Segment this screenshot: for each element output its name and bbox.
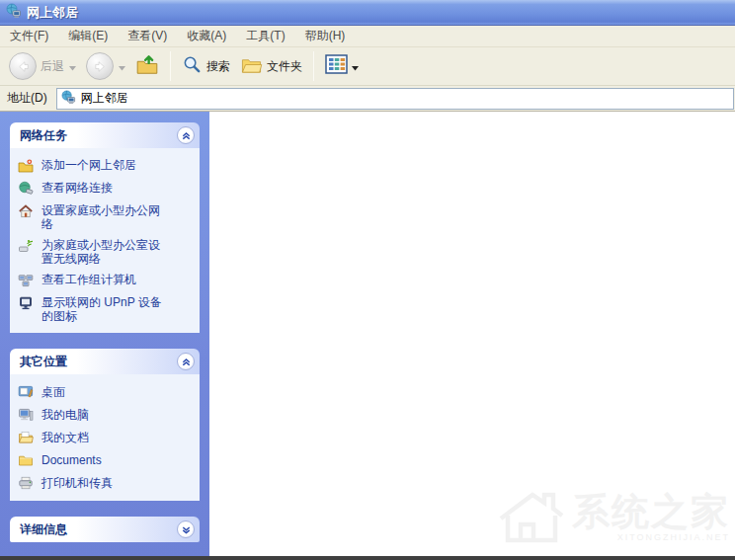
search-label: 搜索 <box>206 58 230 75</box>
place-documents-folder[interactable]: Documents <box>18 452 194 468</box>
task-label: 添加一个网上邻居 <box>41 158 136 172</box>
panel-title: 网络任务 <box>20 127 177 144</box>
place-printers-faxes[interactable]: 打印机和传真 <box>18 475 194 491</box>
workgroup-computers-icon <box>18 273 34 288</box>
network-places-icon <box>61 90 76 108</box>
network-tasks-panel: 网络任务 添加一个网上邻居 <box>10 122 200 333</box>
up-folder-icon <box>135 52 159 80</box>
window-title: 网上邻居 <box>27 4 78 22</box>
title-bar: 网上邻居 <box>0 0 735 26</box>
my-computer-icon <box>18 407 34 423</box>
task-show-upnp-devices[interactable]: 显示联网的 UPnP 设备的图标 <box>18 295 194 323</box>
task-label: 查看工作组计算机 <box>41 273 136 286</box>
watermark-subtitle: XITONGZHIJIA.NET <box>617 532 730 542</box>
main-area: 网络任务 添加一个网上邻居 <box>0 112 735 556</box>
back-button[interactable]: 后退 <box>5 50 80 82</box>
details-panel: 详细信息 <box>10 517 200 542</box>
back-label: 后退 <box>41 58 64 75</box>
place-label: 打印机和传真 <box>41 475 113 491</box>
home-network-icon <box>18 203 34 219</box>
task-label: 显示联网的 UPnP 设备的图标 <box>41 295 168 323</box>
toolbar-separator <box>170 51 171 81</box>
toolbar-separator <box>313 51 314 81</box>
folders-icon <box>240 54 263 79</box>
explorer-window: 网上邻居 文件(F) 编辑(E) 查看(V) 收藏(A) 工具(T) 帮助(H)… <box>0 0 735 560</box>
my-documents-icon <box>18 430 34 445</box>
place-my-documents[interactable]: 我的文档 <box>18 430 194 445</box>
collapse-chevron-icon[interactable] <box>177 353 195 370</box>
collapse-chevron-icon[interactable] <box>177 126 195 144</box>
wireless-network-icon <box>18 238 34 254</box>
address-label: 地址(D) <box>7 90 47 107</box>
task-setup-home-network[interactable]: 设置家庭或小型办公网络 <box>18 203 194 231</box>
panel-title: 详细信息 <box>20 521 177 538</box>
details-header[interactable]: 详细信息 <box>10 517 200 542</box>
place-my-computer[interactable]: 我的电脑 <box>18 407 194 423</box>
task-label: 为家庭或小型办公室设置无线网络 <box>41 238 168 266</box>
desktop-icon <box>18 384 34 400</box>
menu-help[interactable]: 帮助(H) <box>295 26 356 46</box>
address-value: 网上邻居 <box>81 90 128 107</box>
place-label: Documents <box>41 452 102 468</box>
network-tasks-header[interactable]: 网络任务 <box>10 122 200 148</box>
place-label: 我的电脑 <box>41 407 89 423</box>
place-desktop[interactable]: 桌面 <box>18 384 194 400</box>
views-dropdown-icon[interactable] <box>352 57 359 75</box>
folders-button[interactable]: 文件夹 <box>236 52 306 81</box>
other-places-header[interactable]: 其它位置 <box>10 349 200 374</box>
back-icon <box>9 52 37 80</box>
forward-button[interactable] <box>82 50 129 82</box>
menu-bar: 文件(F) 编辑(E) 查看(V) 收藏(A) 工具(T) 帮助(H) <box>0 26 735 47</box>
menu-view[interactable]: 查看(V) <box>118 26 177 46</box>
address-combo[interactable]: 网上邻居 <box>56 88 734 110</box>
search-icon <box>182 54 203 79</box>
back-dropdown-icon[interactable] <box>69 57 76 75</box>
network-tasks-body: 添加一个网上邻居 查看网络连接 <box>10 148 200 333</box>
place-label: 桌面 <box>41 384 65 400</box>
house-logo <box>493 485 570 550</box>
forward-dropdown-icon[interactable] <box>119 57 125 75</box>
expand-chevron-icon[interactable] <box>177 520 195 538</box>
watermark: 系统之家 XITONGZHIJIA.NET <box>493 485 730 550</box>
menu-favorites[interactable]: 收藏(A) <box>177 26 236 46</box>
window-bottom-edge <box>0 556 735 560</box>
address-bar: 地址(D) 网上邻居 <box>0 86 735 112</box>
add-network-place-icon <box>18 158 34 174</box>
folder-view[interactable]: 系统之家 XITONGZHIJIA.NET <box>209 112 735 556</box>
folders-label: 文件夹 <box>267 58 302 75</box>
panel-title: 其它位置 <box>20 354 177 370</box>
task-pane-sidebar: 网络任务 添加一个网上邻居 <box>0 112 209 556</box>
network-connections-icon <box>18 181 34 197</box>
other-places-body: 桌面 我的电脑 <box>10 374 200 501</box>
search-button[interactable]: 搜索 <box>178 52 234 81</box>
task-view-network-connections[interactable]: 查看网络连接 <box>18 181 194 197</box>
printers-icon <box>18 475 34 491</box>
watermark-title: 系统之家 <box>572 493 730 530</box>
task-label: 查看网络连接 <box>41 181 113 195</box>
menu-edit[interactable]: 编辑(E) <box>58 26 118 46</box>
task-label: 设置家庭或小型办公网络 <box>41 203 168 231</box>
other-places-panel: 其它位置 桌面 <box>10 349 200 501</box>
folder-icon <box>18 452 34 468</box>
menu-file[interactable]: 文件(F) <box>0 26 58 46</box>
views-icon <box>325 54 348 78</box>
network-places-icon[interactable] <box>6 3 22 23</box>
task-setup-wireless-network[interactable]: 为家庭或小型办公室设置无线网络 <box>18 238 194 266</box>
forward-icon <box>86 52 114 80</box>
standard-toolbar: 后退 <box>0 47 735 86</box>
task-add-network-place[interactable]: 添加一个网上邻居 <box>18 158 194 174</box>
views-button[interactable] <box>321 52 363 80</box>
task-view-workgroup-computers[interactable]: 查看工作组计算机 <box>18 273 194 288</box>
place-label: 我的文档 <box>41 430 89 445</box>
up-button[interactable] <box>131 50 163 82</box>
menu-tools[interactable]: 工具(T) <box>236 26 294 46</box>
upnp-device-icon <box>18 295 34 311</box>
